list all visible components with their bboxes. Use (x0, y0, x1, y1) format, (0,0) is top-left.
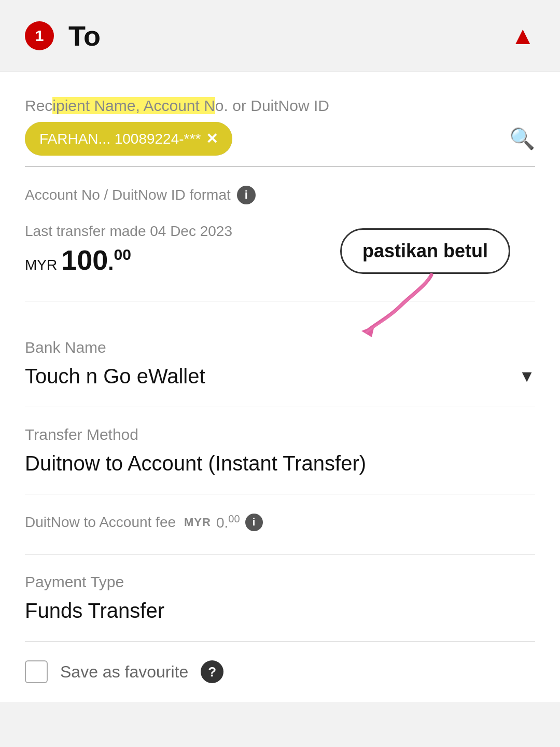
section-header-left: 1 To (25, 20, 101, 52)
label-part1: Rec (25, 97, 52, 114)
pink-arrow-svg (328, 270, 442, 337)
bank-name-value: Touch n Go eWallet (25, 365, 205, 388)
transfer-method-value: Duitnow to Account (Instant Transfer) (25, 452, 535, 475)
save-favourite-row: Save as favourite ? (25, 642, 535, 702)
save-favourite-checkbox[interactable] (25, 660, 48, 683)
page: 1 To ▲ Recipient Name, Account No. or Du… (0, 0, 560, 747)
search-icon[interactable]: 🔍 (509, 127, 535, 151)
payment-type-label: Payment Type (25, 573, 535, 591)
transfer-method-label: Transfer Method (25, 426, 535, 444)
chevron-up-icon[interactable]: ▲ (510, 23, 535, 48)
save-favourite-help-icon[interactable]: ? (201, 660, 223, 683)
account-format-row: Account No / DuitNow ID format i (25, 186, 535, 204)
fee-label-row: DuitNow to Account fee MYR 0.00 i (25, 513, 535, 531)
transfer-method-section: Transfer Method Duitnow to Account (Inst… (25, 407, 535, 494)
payment-type-value: Funds Transfer (25, 599, 535, 622)
fee-label: DuitNow to Account fee (25, 514, 176, 531)
chip-text: FARHAN... 10089224-*** (39, 131, 201, 147)
account-format-label: Account No / DuitNow ID format (25, 187, 231, 203)
last-transfer-section: Last transfer made 04 Dec 2023 MYR 100.0… (25, 223, 535, 276)
arrow-annotation (328, 270, 431, 332)
section-header: 1 To ▲ (0, 0, 560, 72)
amount-number: 100 (61, 244, 108, 275)
fee-decimal: 00 (228, 513, 240, 524)
content-card: Recipient Name, Account No. or DuitNow I… (0, 72, 560, 702)
bank-dropdown-arrow-icon[interactable]: ▼ (519, 367, 535, 386)
section-title: To (68, 20, 101, 52)
account-format-info-icon[interactable]: i (237, 186, 256, 204)
amount-main: 100.00 (61, 244, 131, 276)
bank-name-label: Bank Name (25, 339, 535, 356)
fee-currency: MYR (184, 516, 211, 529)
fee-info-icon[interactable]: i (245, 514, 263, 531)
label-highlighted-part: ipient Name, Account N (52, 97, 215, 114)
fee-section: DuitNow to Account fee MYR 0.00 i (25, 494, 535, 555)
bank-name-section: Bank Name Touch n Go eWallet ▼ (25, 320, 535, 407)
recipient-field-wrapper: Recipient Name, Account No. or DuitNow I… (25, 97, 535, 167)
label-part2: o. or DuitNow ID (215, 97, 329, 114)
chip-close-icon[interactable]: ✕ (206, 130, 218, 147)
tooltip-text: pastikan betul (362, 240, 488, 261)
recipient-input-row[interactable]: FARHAN... 10089224-*** ✕ 🔍 (25, 122, 535, 167)
payment-type-section: Payment Type Funds Transfer (25, 555, 535, 642)
currency-label: MYR (25, 257, 57, 273)
step-badge: 1 (25, 21, 54, 50)
tooltip-bubble: pastikan betul (340, 228, 510, 274)
save-favourite-label: Save as favourite (60, 662, 188, 682)
recipient-chip[interactable]: FARHAN... 10089224-*** ✕ (25, 122, 232, 156)
divider-1 (25, 301, 535, 301)
recipient-field-label: Recipient Name, Account No. or DuitNow I… (25, 97, 535, 115)
amount-decimal: 00 (114, 246, 131, 263)
fee-value: 0.00 (216, 513, 240, 531)
bank-name-value-row[interactable]: Touch n Go eWallet ▼ (25, 365, 535, 388)
